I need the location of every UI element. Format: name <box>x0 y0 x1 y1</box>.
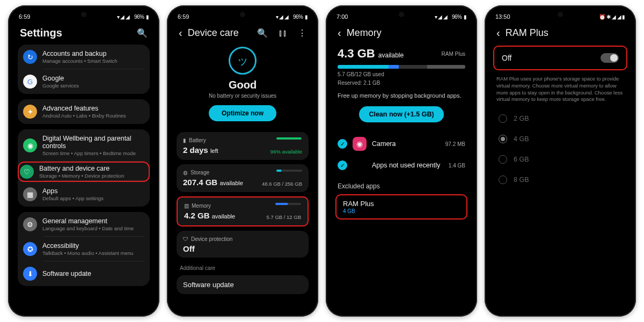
toggle-switch[interactable] <box>601 53 619 63</box>
row-sub: TalkBack • Mono audio • Assistant menu <box>42 250 144 256</box>
settings-row-general-management[interactable]: ⚙General managementLanguage and keyboard… <box>18 212 150 237</box>
row-sub: Google services <box>42 83 144 89</box>
status-time: 13:50 <box>495 13 510 20</box>
row-sub: Default apps • App settings <box>42 195 144 201</box>
row-label: Accessibility <box>42 242 144 250</box>
memory-bar <box>275 203 301 205</box>
excluded-apps-label: Excluded apps <box>330 177 473 192</box>
ram-plus-content: Off RAM Plus uses your phone's storage s… <box>489 42 632 312</box>
device-care-content: ッ Good No battery or security issues Opt… <box>171 42 314 312</box>
row-label: General management <box>42 217 144 225</box>
software-update-row[interactable]: Software update <box>177 275 309 294</box>
status-icons: ▾ ◢ ◢ 96% ▮ <box>117 14 149 20</box>
protection-card[interactable]: 🛡Device protection Off <box>177 231 309 258</box>
page-title: Memory <box>347 27 465 39</box>
chart-icon[interactable]: ⫿⫿ <box>279 28 287 38</box>
notch <box>240 12 245 17</box>
row-label: Software update <box>42 270 144 277</box>
header: ‹ Device care 🔍 ⫿⫿ ⋮ <box>171 21 314 42</box>
memory-hint: Free up memory by stopping background ap… <box>338 92 465 99</box>
back-icon[interactable]: ‹ <box>179 27 182 39</box>
battery-card[interactable]: ▮Battery 2 days left 96% available <box>177 132 309 160</box>
row-icon: G <box>23 75 37 89</box>
status-time: 6:59 <box>19 13 30 20</box>
phone-settings: 6:59 ▾ ◢ ◢ 96% ▮ Settings 🔍 ↻Accounts an… <box>8 5 159 317</box>
app-row-camera[interactable]: ✓ ◉ Camera 97.2 MB <box>330 132 473 156</box>
memory-icon: ▥ <box>184 203 189 209</box>
header: ‹ Memory <box>330 21 473 42</box>
row-label: Advanced features <box>42 105 144 112</box>
page-title: Device care <box>188 27 246 39</box>
smile-icon: ッ <box>229 47 257 75</box>
radio-icon[interactable] <box>499 114 507 123</box>
apps-not-used-row[interactable]: ✓ Apps not used recently 1.4 GB <box>330 156 473 175</box>
ram-option-2gb[interactable]: 2 GB <box>489 108 632 129</box>
battery-bar <box>276 137 302 140</box>
shield-icon: 🛡 <box>183 236 188 242</box>
memory-reserved: Reserved: 2.1 GB <box>338 80 465 86</box>
row-icon: ⚙ <box>23 217 37 231</box>
optimize-button[interactable]: Optimize now <box>209 105 276 121</box>
row-label: Battery and device care <box>39 165 148 172</box>
header: Settings 🔍 <box>12 21 155 42</box>
settings-row-digital-wellbeing-and-parental-controls[interactable]: ◉Digital Wellbeing and parental controls… <box>18 129 150 162</box>
settings-row-software-update[interactable]: ⬇Software update <box>18 261 150 286</box>
check-icon[interactable]: ✓ <box>338 139 347 149</box>
settings-row-battery-and-device-care[interactable]: ♡Battery and device careStorage • Memory… <box>18 162 150 182</box>
row-icon: ✪ <box>23 242 37 256</box>
status-icons: ⏰ ✱ ◢ ◢ ▮ <box>599 14 625 20</box>
row-sub: Storage • Memory • Device protection <box>39 173 148 179</box>
row-label: Google <box>42 75 144 82</box>
ram-option-8gb[interactable]: 8 GB <box>489 170 632 190</box>
settings-row-advanced-features[interactable]: ✦Advanced featuresAndroid Auto • Labs • … <box>18 99 150 124</box>
radio-icon[interactable] <box>499 155 507 164</box>
storage-bar <box>276 170 302 172</box>
check-icon[interactable]: ✓ <box>338 160 347 170</box>
row-icon: ✦ <box>23 105 37 119</box>
phone-ram-plus: 13:50 ⏰ ✱ ◢ ◢ ▮ ‹ RAM Plus Off RAM Plus … <box>485 5 636 317</box>
phone-memory: 7:00 ▾ ◢ ◢ 96% ▮ ‹ Memory RAM Plus 4.3 G… <box>326 5 477 317</box>
settings-list: ↻Accounts and backupManage accounts • Sm… <box>12 42 155 312</box>
ram-plus-options: 2 GB4 GB6 GB8 GB <box>489 108 632 190</box>
storage-icon: ◍ <box>183 170 188 175</box>
off-toggle-row[interactable]: Off <box>493 46 627 70</box>
settings-row-accessibility[interactable]: ✪AccessibilityTalkBack • Mono audio • As… <box>18 237 150 261</box>
storage-card[interactable]: ◍Storage 207.4 GB available 48.6 GB / 25… <box>177 164 309 192</box>
memory-used: 5.7 GB/12 GB used <box>338 71 465 77</box>
camera-icon: ◉ <box>353 137 367 151</box>
row-sub: Manage accounts • Smart Switch <box>42 58 144 64</box>
more-icon[interactable]: ⋮ <box>298 28 306 38</box>
settings-row-apps[interactable]: ▦AppsDefault apps • App settings <box>18 182 150 207</box>
notch <box>81 12 86 17</box>
back-icon[interactable]: ‹ <box>338 27 341 39</box>
row-icon: ◉ <box>23 138 37 152</box>
row-icon: ⬇ <box>23 267 37 281</box>
phone-device-care: 6:59 ▾ ◢ ◢ 96% ▮ ‹ Device care 🔍 ⫿⫿ ⋮ ッ … <box>167 5 318 317</box>
ram-option-6gb[interactable]: 6 GB <box>489 149 632 170</box>
status-icons: ▾ ◢ ◢ 96% ▮ <box>276 14 308 20</box>
notch <box>399 12 404 17</box>
page-title: RAM Plus <box>506 27 624 39</box>
radio-icon[interactable] <box>499 175 507 184</box>
battery-icon: ▮ <box>183 137 186 143</box>
row-icon: ♡ <box>20 165 34 179</box>
radio-icon[interactable] <box>499 135 507 143</box>
search-icon[interactable]: 🔍 <box>257 28 268 38</box>
ram-plus-row[interactable]: RAM Plus 4 GB <box>335 194 467 219</box>
settings-row-google[interactable]: GGoogleGoogle services <box>18 69 150 94</box>
search-icon[interactable]: 🔍 <box>137 28 148 38</box>
ram-option-4gb[interactable]: 4 GB <box>489 129 632 149</box>
status-sub: No battery or security issues <box>171 93 314 99</box>
row-label: Apps <box>42 187 144 195</box>
status-icons: ▾ ◢ ◢ 96% ▮ <box>435 14 466 20</box>
page-title: Settings <box>20 27 126 39</box>
row-label: Digital Wellbeing and parental controls <box>42 135 144 150</box>
settings-row-accounts-and-backup[interactable]: ↻Accounts and backupManage accounts • Sm… <box>18 45 150 69</box>
back-icon[interactable]: ‹ <box>496 27 500 39</box>
status-good: Good <box>171 79 314 91</box>
memory-usage-bar <box>338 65 465 69</box>
row-sub: Screen time • App timers • Bedtime mode <box>42 150 144 156</box>
row-icon: ↻ <box>23 50 37 64</box>
memory-card[interactable]: ▥Memory 4.2 GB available 5.7 GB / 12 GB <box>177 196 309 226</box>
clean-now-button[interactable]: Clean now (+1.5 GB) <box>359 106 443 122</box>
